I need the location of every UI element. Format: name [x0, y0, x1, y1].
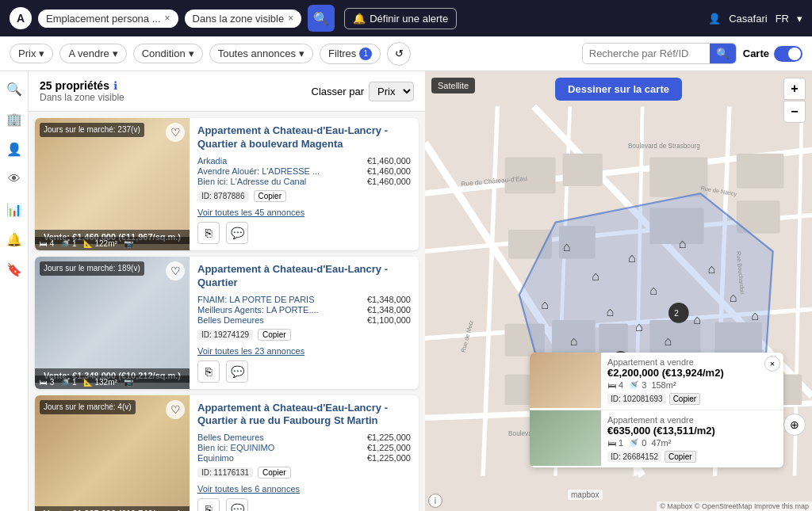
- search-ref-input[interactable]: [583, 44, 710, 63]
- card-id-row: ID: 19274129 Copier: [197, 329, 411, 341]
- draw-on-map-button[interactable]: Dessiner sur la carte: [555, 78, 682, 101]
- filter-avendre[interactable]: A vendre ▾: [59, 44, 126, 63]
- bell-icon: 🔔: [353, 13, 366, 25]
- card-photo-icon: 📷: [124, 239, 133, 248]
- agency-row: Equinimo €1,225,000: [197, 453, 411, 463]
- card-copy-button[interactable]: Copier: [254, 190, 286, 202]
- lang-chevron[interactable]: ▾: [797, 13, 802, 25]
- sidebar-chart[interactable]: 📊: [5, 200, 24, 219]
- card-chat-button[interactable]: 💬: [226, 498, 248, 511]
- agency-name: Arkadia: [197, 156, 227, 166]
- sidebar-building[interactable]: 🏢: [5, 109, 24, 128]
- filter-filtres[interactable]: Filtres 1: [320, 44, 381, 64]
- card-specs: 🛏 3 🚿 1 📐 132m² 📷: [35, 376, 190, 389]
- filter-condition[interactable]: Condition ▾: [133, 44, 203, 63]
- card-see-all-link[interactable]: Voir toutes les 23 annonces: [197, 346, 304, 356]
- listings-header: 25 propriétés ℹ Dans la zone visible Cla…: [29, 71, 425, 112]
- sidebar-eye[interactable]: 👁: [5, 170, 24, 189]
- agency-name: Belles Demeures: [197, 433, 264, 442]
- search-icon: 🔍: [313, 11, 329, 26]
- popup-item: Appartement a vendre €2,200,000 (€13,924…: [530, 353, 783, 410]
- card-beds: 🛏 3: [40, 378, 54, 387]
- map-zoom-out[interactable]: −: [783, 101, 806, 123]
- card-share-button[interactable]: ⎘: [197, 360, 220, 383]
- card-id: ID: 19274129: [197, 330, 253, 340]
- filter-avendre-label: A vendre: [68, 48, 109, 59]
- card-title[interactable]: Appartement à Chateau-d'Eau-Lancry - Qua…: [197, 124, 411, 151]
- search-tag-zone[interactable]: Dans la zone visible ×: [185, 10, 302, 28]
- property-card: Jours sur le marché: 237(v) ♡ Vente: €1,…: [35, 118, 419, 250]
- card-see-all-link[interactable]: Voir toutes les 6 annonces: [197, 484, 300, 494]
- svg-rect-12: [505, 157, 556, 193]
- popup-copy-button[interactable]: Copier: [665, 451, 695, 463]
- search-tag-location[interactable]: Emplacement persona ... ×: [38, 10, 178, 28]
- popup-beds: 🛏 1: [607, 438, 623, 448]
- popup-body: Appartement a vendre €2,200,000 (€13,924…: [601, 353, 783, 410]
- sort-select[interactable]: Prix: [369, 82, 414, 101]
- search-ref-button[interactable]: 🔍: [710, 44, 736, 63]
- agency-price: €1,100,000: [367, 315, 411, 325]
- map-attribution: © Mapbox © OpenStreetMap Improve this ma…: [657, 501, 812, 511]
- svg-rect-13: [563, 154, 603, 186]
- card-copy-button[interactable]: Copier: [258, 467, 290, 479]
- popup-area: 158m²: [651, 380, 676, 391]
- sidebar-profile[interactable]: 👤: [5, 139, 24, 158]
- card-id: ID: 11176131: [197, 467, 253, 478]
- svg-rect-16: [649, 157, 707, 196]
- info-icon: i: [435, 496, 436, 505]
- search-tag-location-close[interactable]: ×: [165, 13, 170, 24]
- svg-text:⌂: ⌂: [635, 319, 643, 334]
- alert-button[interactable]: 🔔 Définir une alerte: [344, 8, 457, 29]
- carte-toggle-switch[interactable]: [774, 46, 802, 62]
- card-specs: 🛏 4 🚿 1 📐 122m² 📷: [35, 237, 190, 250]
- agency-row: Belles Demeures €1,225,000: [197, 433, 411, 442]
- card-share-button[interactable]: ⎘: [197, 222, 220, 244]
- carte-label: Carte: [743, 48, 769, 59]
- card-favorite-button[interactable]: ♡: [166, 261, 185, 280]
- map-popup: × Appartement a vendre €2,200,000 (€13,9…: [530, 353, 783, 467]
- svg-text:⌂: ⌂: [570, 334, 578, 348]
- popup-specs: 🛏 1 🚿 0 47m²: [607, 438, 777, 448]
- svg-text:⌂: ⌂: [679, 236, 687, 250]
- card-favorite-button[interactable]: ♡: [166, 400, 185, 419]
- filter-toutes-annonces[interactable]: Toutes annonces ▾: [209, 44, 313, 63]
- sidebar-alert[interactable]: 🔔: [5, 230, 24, 249]
- top-bar: A Emplacement persona ... × Dans la zone…: [0, 0, 812, 36]
- card-baths: 🚿 1: [60, 239, 76, 248]
- cards-container: Jours sur le marché: 237(v) ♡ Vente: €1,…: [29, 118, 425, 511]
- filter-condition-chevron: ▾: [189, 48, 194, 59]
- card-chat-button[interactable]: 💬: [226, 222, 248, 244]
- card-favorite-button[interactable]: ♡: [166, 123, 185, 142]
- card-title[interactable]: Appartement à Chateau-d'Eau-Lancry - Qua…: [197, 402, 411, 429]
- map-location-button[interactable]: ⊕: [783, 414, 806, 436]
- card-copy-button[interactable]: Copier: [258, 329, 290, 341]
- svg-text:⌂: ⌂: [628, 250, 636, 265]
- refresh-button[interactable]: ↺: [387, 42, 411, 66]
- card-title[interactable]: Appartement à Chateau-d'Eau-Lancry - Qua…: [197, 263, 411, 290]
- card-chat-button[interactable]: 💬: [226, 360, 248, 383]
- agency-row: Belles Demeures €1,100,000: [197, 315, 411, 325]
- mapbox-logo: mapbox: [568, 490, 603, 500]
- sidebar-bookmark[interactable]: 🔖: [5, 260, 24, 279]
- listings-count: 25 propriétés: [40, 79, 109, 92]
- card-image: Jours sur le marché: 237(v) ♡ Vente: €1,…: [35, 118, 190, 250]
- card-area: 📐 132m²: [83, 378, 117, 387]
- card-area: 📐 122m²: [83, 239, 117, 248]
- card-see-all-link[interactable]: Voir toutes les 45 annonces: [197, 208, 304, 217]
- filter-prix[interactable]: Prix ▾: [10, 44, 53, 63]
- card-id: ID: 8787886: [197, 191, 249, 201]
- map-zoom-in[interactable]: +: [783, 78, 806, 100]
- popup-copy-button[interactable]: Copier: [669, 393, 700, 405]
- map-info-button[interactable]: i: [428, 494, 442, 508]
- satellite-badge[interactable]: Satellite: [431, 78, 475, 93]
- search-tag-zone-close[interactable]: ×: [288, 13, 293, 24]
- popup-image: [530, 410, 601, 466]
- svg-text:⌂: ⌂: [751, 308, 759, 322]
- svg-text:⌂: ⌂: [563, 239, 571, 254]
- card-share-button[interactable]: ⎘: [197, 498, 220, 511]
- sidebar-search[interactable]: 🔍: [5, 79, 24, 98]
- card-price-tag: Vente: €1,225,000 (€10,746/sq.m.): [35, 506, 190, 511]
- search-button[interactable]: 🔍: [308, 5, 335, 32]
- search-ref-container: 🔍: [582, 43, 737, 64]
- popup-close-button[interactable]: ×: [764, 356, 780, 372]
